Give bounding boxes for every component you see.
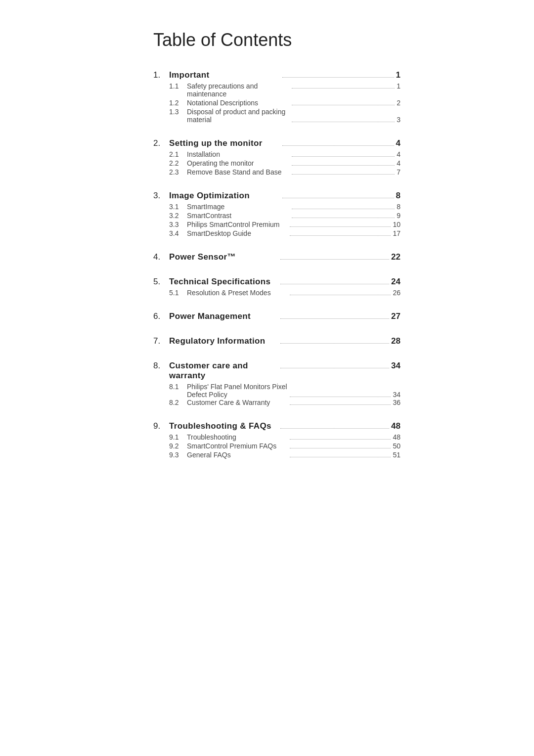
toc-section-number: 2. <box>153 138 169 148</box>
toc-leader <box>280 284 390 284</box>
toc-sub-number: 1.3 <box>169 108 187 116</box>
toc-sub-label: Operating the monitor <box>187 159 290 167</box>
toc-title: Table of Contents <box>153 30 400 50</box>
toc-section-number: 8. <box>153 361 169 371</box>
toc-sub-number: 3.3 <box>169 221 187 228</box>
toc-leader <box>280 318 390 319</box>
toc-content: 1.Important11.1Safety precautions and ma… <box>153 70 400 459</box>
toc-leader <box>290 235 391 236</box>
toc-sub-entries: 3.1SmartImage83.2SmartContrast93.3Philip… <box>169 203 400 237</box>
toc-sub-page: 7 <box>397 168 400 176</box>
toc-leader <box>292 165 395 166</box>
toc-sub-page: 50 <box>393 442 400 450</box>
toc-section-label: Image Optimization <box>169 191 280 201</box>
toc-sub-number: 1.1 <box>169 82 187 90</box>
toc-sub-label: SmartImage <box>187 203 290 211</box>
toc-section-3: 3.Image Optimization83.1SmartImage83.2Sm… <box>153 191 400 237</box>
toc-sub-entry-secondline: material3 <box>187 116 400 124</box>
toc-section-4: 4.Power Sensor™22 <box>153 252 400 262</box>
toc-sub-page: 10 <box>393 221 400 228</box>
toc-leader <box>292 218 395 218</box>
toc-sub-label: Remove Base Stand and Base <box>187 168 290 176</box>
toc-sub-page: 4 <box>397 159 400 167</box>
toc-sub-number: 2.3 <box>169 168 187 176</box>
toc-section-label: Power Sensor™ <box>169 252 278 262</box>
toc-sub-entry: 9.3General FAQs51 <box>169 451 400 459</box>
toc-leader <box>280 368 390 368</box>
toc-sub-label: Philips SmartControl Premium <box>187 221 288 228</box>
toc-section-page: 27 <box>391 311 400 321</box>
toc-section-6: 6.Power Management27 <box>153 311 400 321</box>
toc-section-page: 4 <box>396 138 400 148</box>
toc-sub-page: 51 <box>393 451 400 459</box>
toc-sub-entry: 9.2SmartControl Premium FAQs50 <box>169 442 400 450</box>
toc-section-page: 48 <box>391 421 400 431</box>
toc-section-number: 3. <box>153 191 169 201</box>
toc-sub-page: 48 <box>393 433 400 441</box>
toc-leader <box>280 428 390 429</box>
toc-section-number: 9. <box>153 421 169 431</box>
toc-leader <box>282 198 394 198</box>
toc-leader <box>292 156 395 157</box>
toc-main-entry-2: 2.Setting up the monitor4 <box>153 138 400 148</box>
toc-section-number: 4. <box>153 252 169 262</box>
toc-sub-entry-multiline: 8.1Philips' Flat Panel Monitors PixelDef… <box>169 383 400 399</box>
toc-sub-label: Resolution & Preset Modes <box>187 289 288 297</box>
toc-leader <box>280 259 390 260</box>
toc-sub-page: 2 <box>397 99 400 107</box>
toc-leader <box>290 397 391 397</box>
toc-sub-entries: 8.1Philips' Flat Panel Monitors PixelDef… <box>169 383 400 406</box>
toc-sub-label-continuation: material <box>187 116 290 124</box>
toc-leader <box>282 77 394 78</box>
toc-sub-label: Notational Descriptions <box>187 99 290 107</box>
toc-main-entry-1: 1.Important1 <box>153 70 400 80</box>
toc-sub-page: 8 <box>397 203 400 211</box>
toc-sub-label: Customer Care & Warranty <box>187 399 288 406</box>
toc-sub-label: Disposal of product and packing <box>187 108 400 116</box>
toc-section-5: 5.Technical Specifications245.1Resolutio… <box>153 277 400 297</box>
toc-leader <box>282 145 394 146</box>
toc-leader <box>290 457 391 457</box>
toc-sub-entry: 3.3Philips SmartControl Premium10 <box>169 221 400 228</box>
toc-main-entry-8: 8.Customer care and warranty34 <box>153 361 400 381</box>
toc-section-number: 5. <box>153 277 169 287</box>
toc-section-label: Customer care and warranty <box>169 361 278 381</box>
toc-sub-number: 3.2 <box>169 212 187 220</box>
toc-sub-entry: 2.3Remove Base Stand and Base7 <box>169 168 400 176</box>
toc-section-label: Important <box>169 70 280 80</box>
toc-leader <box>292 88 395 89</box>
toc-section-page: 8 <box>396 191 400 201</box>
toc-sub-number: 2.1 <box>169 150 187 158</box>
page-container: Table of Contents 1.Important11.1Safety … <box>114 0 420 756</box>
toc-sub-entry-firstline: 1.3Disposal of product and packing <box>169 108 400 116</box>
toc-section-1: 1.Important11.1Safety precautions and ma… <box>153 70 400 124</box>
toc-sub-number: 9.2 <box>169 442 187 450</box>
toc-sub-entry: 3.1SmartImage8 <box>169 203 400 211</box>
toc-sub-entry-multiline: 1.3Disposal of product and packingmateri… <box>169 108 400 124</box>
toc-leader <box>280 343 390 344</box>
toc-sub-number: 3.1 <box>169 203 187 211</box>
toc-section-label: Setting up the monitor <box>169 138 280 148</box>
toc-section-page: 22 <box>391 252 400 262</box>
toc-section-page: 1 <box>396 70 400 80</box>
toc-sub-entry: 2.2Operating the monitor4 <box>169 159 400 167</box>
toc-sub-entries: 2.1Installation42.2Operating the monitor… <box>169 150 400 176</box>
toc-section-page: 34 <box>391 361 400 371</box>
toc-sub-entry: 8.2Customer Care & Warranty36 <box>169 399 400 406</box>
toc-sub-number: 1.2 <box>169 99 187 107</box>
toc-leader <box>290 295 391 295</box>
toc-sub-entries: 1.1Safety precautions and maintenance11.… <box>169 82 400 124</box>
toc-main-entry-7: 7.Regulatory Information28 <box>153 336 400 346</box>
toc-sub-page: 4 <box>397 150 400 158</box>
toc-section-2: 2.Setting up the monitor42.1Installation… <box>153 138 400 176</box>
toc-section-number: 7. <box>153 336 169 346</box>
toc-sub-number: 9.1 <box>169 433 187 441</box>
toc-sub-entry: 5.1Resolution & Preset Modes26 <box>169 289 400 297</box>
toc-sub-page: 17 <box>393 229 400 237</box>
toc-sub-label: General FAQs <box>187 451 288 459</box>
toc-section-7: 7.Regulatory Information28 <box>153 336 400 346</box>
toc-sub-label: Philips' Flat Panel Monitors Pixel <box>187 383 400 391</box>
toc-sub-page: 26 <box>393 289 400 297</box>
toc-sub-label-continuation: Defect Policy <box>187 391 288 399</box>
toc-leader <box>292 105 395 105</box>
